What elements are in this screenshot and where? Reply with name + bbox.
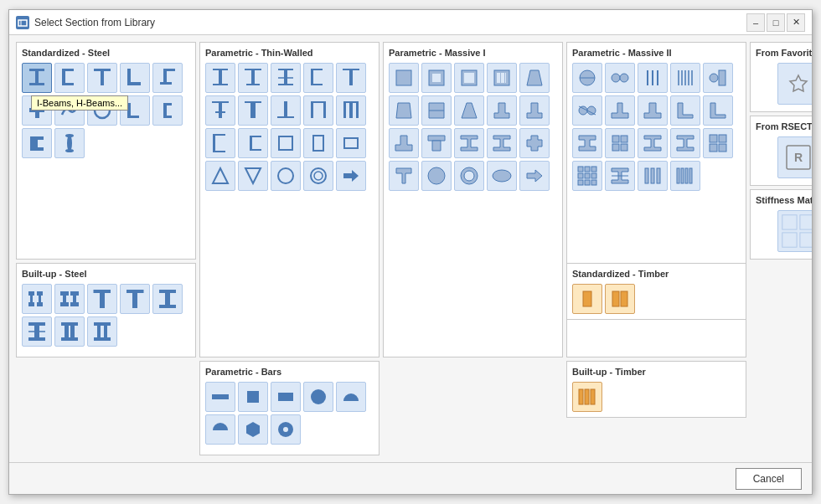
mass1-t2[interactable] — [519, 95, 550, 126]
mass1-i2[interactable] — [487, 128, 517, 158]
thin-t3[interactable] — [238, 95, 268, 126]
mass1-rect3[interactable] — [454, 63, 484, 93]
mass2-t-solid2[interactable] — [638, 95, 668, 126]
mass1-t1[interactable] — [487, 95, 517, 126]
thin-t2[interactable] — [205, 95, 235, 126]
mass1-trap4[interactable] — [454, 95, 484, 126]
thin-tri[interactable] — [205, 161, 235, 191]
mass2-multi-circles[interactable] — [605, 63, 635, 93]
mass1-t4[interactable] — [421, 128, 452, 158]
thin-i2[interactable] — [238, 63, 268, 93]
mass2-t-solid[interactable] — [605, 95, 635, 126]
timber-rect[interactable] — [572, 284, 602, 314]
bar-rect[interactable] — [271, 382, 301, 412]
mass2-c1[interactable] — [703, 63, 733, 93]
mass1-cross[interactable] — [519, 128, 550, 158]
mass1-rect2[interactable] — [421, 63, 452, 93]
maximize-button[interactable]: □ — [767, 13, 785, 32]
mass1-trap2[interactable] — [389, 95, 419, 126]
mass1-ellipse[interactable] — [487, 161, 517, 191]
mass2-grid3[interactable] — [572, 161, 602, 191]
section-t-beam[interactable] — [87, 63, 117, 93]
section-cross[interactable] — [22, 95, 52, 126]
builtup-t5[interactable] — [54, 316, 85, 347]
cancel-button[interactable]: Cancel — [736, 468, 802, 490]
builtup-ii1[interactable] — [22, 284, 52, 314]
mass2-lines[interactable] — [638, 63, 668, 93]
thin-inv-t[interactable] — [271, 95, 301, 126]
rsection-icon-box[interactable]: R — [777, 136, 813, 178]
mass1-rect1[interactable] — [389, 63, 419, 93]
section-custom2[interactable] — [152, 95, 183, 126]
mass2-c2[interactable] — [572, 95, 602, 126]
bar-circle[interactable] — [303, 382, 333, 412]
mass1-t3[interactable] — [389, 128, 419, 158]
mass2-grid2[interactable] — [703, 128, 733, 158]
bar-square[interactable] — [238, 382, 268, 412]
mass2-ellipse1[interactable] — [572, 63, 602, 93]
section-i-beam[interactable]: I-Beams, H-Beams... — [22, 63, 52, 93]
mass2-multi-lines[interactable] — [670, 63, 700, 93]
thin-i3[interactable] — [271, 63, 301, 93]
empty-panel-2 — [16, 361, 196, 455]
thin-pi[interactable] — [303, 95, 333, 126]
mass1-t-side[interactable] — [389, 161, 419, 191]
thin-rect[interactable] — [303, 128, 333, 158]
section-l-angle[interactable] — [120, 63, 150, 93]
section-custom3[interactable] — [22, 128, 52, 158]
mass2-grid[interactable] — [605, 128, 635, 158]
builtup-t2[interactable] — [120, 284, 150, 314]
thin-circle2[interactable] — [303, 161, 333, 191]
thin-circle1[interactable] — [271, 161, 301, 191]
mass1-trap3[interactable] — [421, 95, 452, 126]
section-z-shape[interactable] — [152, 63, 183, 93]
builtup-t6[interactable] — [87, 316, 117, 347]
bar-solid-circle[interactable] — [271, 414, 301, 445]
mass2-l1[interactable] — [670, 95, 700, 126]
mass2-ibeam-solid2[interactable] — [670, 128, 700, 158]
section-c-channel[interactable] — [54, 63, 85, 93]
thin-t1[interactable] — [336, 63, 366, 93]
thin-pi-double[interactable] — [336, 95, 366, 126]
thin-arrow[interactable] — [336, 161, 366, 191]
bar-hex[interactable] — [238, 414, 268, 445]
close-button[interactable]: ✕ — [787, 13, 805, 32]
mass2-ibeam-solid1[interactable] — [638, 128, 668, 158]
stiffness-icon-box[interactable] — [777, 210, 813, 252]
timber-double[interactable] — [605, 284, 635, 314]
thin-bracket[interactable] — [205, 128, 235, 158]
bar-flat[interactable] — [205, 382, 235, 412]
section-custom1[interactable] — [120, 95, 150, 126]
thin-c1[interactable] — [303, 63, 333, 93]
mass1-arrow2[interactable] — [519, 161, 550, 191]
bar-semi[interactable] — [336, 382, 366, 412]
mass1-rect4[interactable] — [487, 63, 517, 93]
mass1-i1[interactable] — [454, 128, 484, 158]
builtup-t3[interactable] — [152, 284, 183, 314]
svg-rect-164 — [100, 293, 105, 308]
mass2-vert-lines[interactable] — [638, 161, 668, 191]
thin-inv-tri[interactable] — [238, 161, 268, 191]
thin-i1[interactable] — [205, 63, 235, 93]
builtup-t4[interactable] — [22, 316, 52, 347]
mass2-ibeam3[interactable] — [605, 161, 635, 191]
mass1-circle1[interactable] — [421, 161, 452, 191]
timber-builtup[interactable] — [572, 382, 602, 412]
mass1-trap1[interactable] — [519, 63, 550, 93]
mass2-l2[interactable] — [703, 95, 733, 126]
builtup-ii2[interactable] — [54, 284, 85, 314]
thin-box[interactable] — [271, 128, 301, 158]
favorite-icon-box[interactable] — [777, 63, 813, 105]
mass1-circle2[interactable] — [454, 161, 484, 191]
builtup-t1[interactable] — [87, 284, 117, 314]
mass2-vert-lines2[interactable] — [670, 161, 700, 191]
section-pipe[interactable] — [87, 95, 117, 126]
thin-rect2[interactable] — [336, 128, 366, 158]
bar-semi2[interactable] — [205, 414, 235, 445]
section-wave[interactable] — [54, 95, 85, 126]
thin-c-rotated[interactable] — [238, 128, 268, 158]
mass2-i-solid[interactable] — [572, 128, 602, 158]
svg-rect-29 — [213, 84, 228, 85]
minimize-button[interactable]: – — [746, 13, 765, 32]
section-custom4[interactable] — [54, 128, 85, 158]
